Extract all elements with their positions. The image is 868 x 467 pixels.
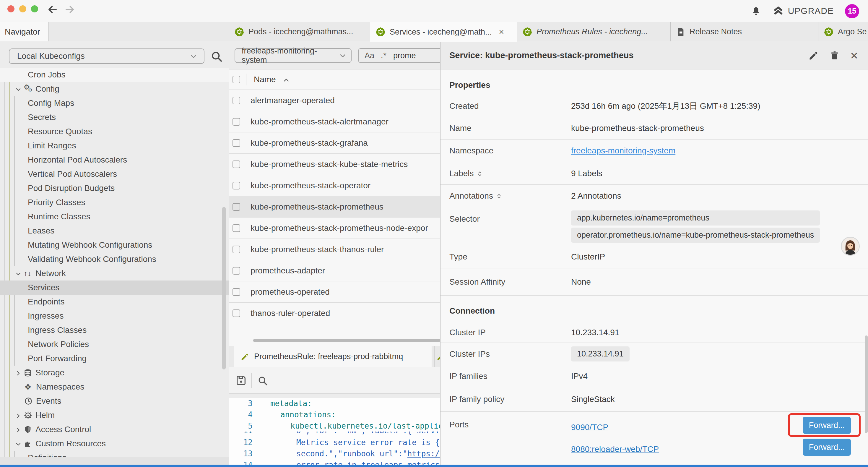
sidebar-item-runtime-classes[interactable]: Runtime Classes [0, 209, 229, 224]
sidebar-item-secrets[interactable]: Secrets [0, 110, 229, 124]
sidebar-item-ingress-classes[interactable]: Ingress Classes [0, 323, 229, 337]
horizontal-scrollbar-thumb[interactable] [253, 339, 440, 342]
sidebar-item-port-forwarding[interactable]: Port Forwarding [0, 351, 229, 366]
sidebar-item-validating-webhook-configurations[interactable]: Validating Webhook Configurations [0, 252, 229, 266]
table-row[interactable]: prometheus-adapter [229, 260, 440, 282]
forward-button[interactable] [64, 4, 75, 16]
resource-search-input[interactable]: Aa .* prome [358, 48, 440, 63]
chevron-down-icon[interactable] [15, 84, 24, 94]
close-tab-icon[interactable]: × [499, 27, 504, 37]
search-icon[interactable] [257, 375, 268, 386]
row-checkbox[interactable] [232, 182, 240, 189]
sidebar-scrollbar-thumb[interactable] [222, 207, 226, 370]
chevron-right-icon[interactable] [15, 368, 24, 377]
sidebar-item-config-maps[interactable]: Config Maps [0, 96, 229, 110]
row-checkbox[interactable] [232, 288, 240, 296]
table-row[interactable]: kube-prometheus-stack-alertmanager [229, 111, 440, 133]
selector-chip[interactable]: app.kubernetes.io/name=prometheus [571, 210, 820, 226]
minimize-window-button[interactable] [19, 5, 26, 12]
chevron-right-icon[interactable] [15, 411, 24, 420]
upgrade-button[interactable]: UPGRADE [773, 5, 834, 17]
search-icon[interactable] [210, 50, 223, 63]
table-row[interactable]: kube-prometheus-stack-grafana [229, 133, 440, 154]
row-checkbox[interactable] [232, 118, 240, 126]
row-checkbox[interactable] [232, 203, 240, 211]
row-checkbox[interactable] [232, 224, 240, 232]
sidebar-item-pod-disruption-budgets[interactable]: Pod Disruption Budgets [0, 181, 229, 195]
row-checkbox[interactable] [232, 160, 240, 168]
sidebar-item-events[interactable]: Events [0, 394, 229, 408]
delete-trash-icon[interactable] [830, 51, 840, 61]
table-row[interactable]: kube-prometheus-stack-thanos-ruler [229, 239, 440, 260]
name-column-header[interactable]: Name [254, 75, 276, 84]
table-row[interactable]: kube-prometheus-stack-operator [229, 175, 440, 196]
forward-button-8080[interactable]: Forward... [803, 439, 851, 456]
edit-pencil-icon[interactable] [808, 50, 819, 61]
sidebar-item-network-policies[interactable]: Network Policies [0, 337, 229, 351]
kubeconfig-selector[interactable]: Local Kubeconfigs [9, 49, 205, 64]
save-icon[interactable] [235, 375, 247, 386]
selector-chip[interactable]: operator.prometheus.io/name=kube-prometh… [571, 228, 820, 243]
table-row[interactable]: prometheus-operated [229, 282, 440, 303]
table-row-selected[interactable]: kube-prometheus-stack-prometheus [229, 196, 440, 217]
table-row[interactable]: kube-prometheus-stack-kube-state-metrics [229, 154, 440, 175]
chevron-down-icon[interactable] [15, 269, 24, 278]
yaml-editor[interactable]: 3 metadata: 4 annotations: 5 kubectl.kub… [229, 398, 440, 467]
sidebar-item-limit-ranges[interactable]: Limit Ranges [0, 139, 229, 153]
table-row[interactable]: kube-prometheus-stack-prometheus-node-ex… [229, 217, 440, 239]
regex-toggle[interactable]: .* [381, 51, 387, 60]
port-link[interactable]: 9090/TCP [571, 423, 608, 432]
cluster-ip-chip[interactable]: 10.233.14.91 [571, 346, 629, 361]
navigator-panel-tab[interactable]: Navigator [0, 22, 49, 41]
close-window-button[interactable] [7, 5, 14, 12]
tab-prometheus-rules[interactable]: Prometheus Rules - icecheng... [517, 22, 671, 41]
bell-icon[interactable] [751, 6, 761, 17]
sidebar-item-cron-jobs[interactable]: Cron Jobs [0, 68, 229, 82]
sidebar-item-storage[interactable]: Storage [0, 366, 229, 380]
sidebar-item-custom-resources[interactable]: Custom Resources [0, 437, 229, 451]
sidebar-item-leases[interactable]: Leases [0, 224, 229, 238]
table-row[interactable]: thanos-ruler-operated [229, 303, 440, 324]
sidebar-item-helm[interactable]: Helm [0, 408, 229, 422]
row-checkbox[interactable] [232, 310, 240, 317]
tab-pods[interactable]: Pods - icecheng@mathmas... [229, 22, 370, 41]
sidebar-item-resource-quotas[interactable]: Resource Quotas [0, 124, 229, 139]
sidebar-item-endpoints[interactable]: Endpoints [0, 295, 229, 309]
detail-scrollbar-thumb[interactable] [865, 335, 868, 433]
port-link[interactable]: 8080:reloader-web/TCP [571, 444, 659, 454]
sidebar-item-mutating-webhook-configurations[interactable]: Mutating Webhook Configurations [0, 238, 229, 252]
tab-release-notes[interactable]: Release Notes [671, 22, 818, 41]
maximize-window-button[interactable] [31, 5, 38, 12]
match-case-toggle[interactable]: Aa [365, 51, 374, 60]
sidebar-item-priority-classes[interactable]: Priority Classes [0, 195, 229, 209]
row-checkbox[interactable] [232, 139, 240, 147]
row-checkbox[interactable] [232, 267, 240, 274]
table-row[interactable]: alertmanager-operated [229, 90, 440, 111]
chevron-right-icon[interactable] [15, 425, 24, 434]
editor-tab-partial[interactable] [434, 346, 440, 367]
sidebar-item-network[interactable]: ↑↓ Network [0, 266, 229, 281]
code-url-link[interactable]: https://net [407, 449, 440, 458]
sidebar-item-services[interactable]: Services [0, 281, 229, 295]
sidebar-item-ingresses[interactable]: Ingresses [0, 309, 229, 323]
sidebar-item-namespaces[interactable]: ❖ Namespaces [0, 380, 229, 394]
expand-collapse-icon[interactable] [495, 191, 502, 201]
notification-badge[interactable]: 15 [845, 4, 859, 18]
sort-ascending-icon[interactable] [282, 75, 290, 84]
close-panel-icon[interactable]: × [850, 49, 858, 62]
tab-services[interactable]: Services - icecheng@math... × [370, 22, 517, 42]
row-checkbox[interactable] [232, 245, 240, 253]
row-checkbox[interactable] [232, 97, 240, 104]
back-button[interactable] [47, 4, 59, 16]
sidebar-item-vertical-pod-autoscalers[interactable]: Vertical Pod Autoscalers [0, 167, 229, 181]
select-all-checkbox[interactable] [232, 76, 240, 83]
sidebar-item-access-control[interactable]: Access Control [0, 422, 229, 437]
sidebar-scrollbar-track[interactable] [0, 457, 229, 465]
sidebar-item-horizontal-pod-autoscalers[interactable]: Horizontal Pod Autoscalers [0, 153, 229, 167]
sidebar-item-config[interactable]: ⚙ ⚙ Config [0, 82, 229, 96]
chevron-down-icon[interactable] [15, 439, 24, 448]
tab-argo[interactable]: Argo Se [818, 22, 868, 41]
editor-tab-prometheusrule[interactable]: PrometheusRule: freeleaps-prod-rabbitmq [234, 346, 432, 367]
avatar[interactable] [841, 237, 860, 256]
namespace-link[interactable]: freeleaps-monitoring-system [571, 146, 675, 155]
